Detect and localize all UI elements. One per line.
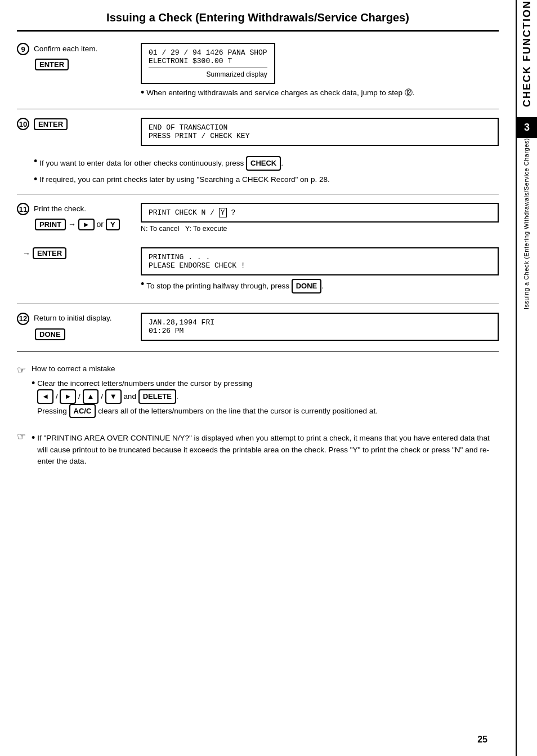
step-9-display: 01 / 29 / 94 1426 PANA SHOP ELECTRONI $3… bbox=[141, 43, 275, 84]
divider-4 bbox=[17, 351, 499, 352]
step-11-enter-left: → ENTER bbox=[17, 247, 129, 259]
note-2-bullet-text1: If "PRINTING AREA OVER CONTINUE N/Y?" is… bbox=[37, 433, 499, 467]
step-11-or: or bbox=[97, 220, 106, 229]
step-9-number: 9 Confirm each item. bbox=[17, 43, 129, 55]
divider-3 bbox=[17, 304, 499, 304]
step-9-desc: Confirm each item. bbox=[34, 43, 97, 55]
acc-key[interactable]: AC/C bbox=[69, 404, 96, 419]
step-11-forward-key[interactable]: ► bbox=[78, 219, 95, 230]
step-9-left: 9 Confirm each item. ENTER bbox=[17, 43, 129, 70]
note-2-icon: ☞ bbox=[17, 430, 26, 443]
step-11-display2-line2: PLEASE ENDORSE CHECK ! bbox=[149, 261, 491, 270]
step-12-number: 12 Return to initial display. bbox=[17, 313, 129, 325]
step-9-bullet-text1: When entering withdrawals and service ch… bbox=[146, 87, 414, 99]
step-10-bullet-text1: If you want to enter data for other chec… bbox=[39, 156, 283, 171]
step-11-enter-arrow: → bbox=[23, 249, 30, 258]
page-wrapper: Issuing a Check (Entering Withdrawals/Se… bbox=[0, 0, 537, 756]
step-10-row: 10 ENTER END OF TRANSACTION PRESS PRINT … bbox=[17, 118, 499, 146]
bullet-dot-11: • bbox=[141, 279, 144, 290]
step-11-circle: 11 bbox=[17, 203, 29, 215]
bullet-dot-10-2: • bbox=[34, 174, 37, 185]
step-11-row: 11 Print the check. PRINT → ► or Y PRINT… bbox=[17, 203, 499, 237]
page-title: Issuing a Check (Entering Withdrawals/Se… bbox=[17, 11, 499, 32]
step-11-arrow1: → bbox=[68, 220, 76, 229]
step-10-display-line1: END OF TRANSACTION bbox=[149, 123, 491, 132]
check-key-inline[interactable]: CHECK bbox=[246, 156, 281, 171]
step-11-y-key[interactable]: Y bbox=[106, 219, 120, 230]
arrow-left-key[interactable]: ◄ bbox=[37, 389, 53, 404]
note-1-title: How to correct a mistake bbox=[32, 363, 378, 375]
side-tab: CHECK Function 3 Issuing a Check (Enteri… bbox=[516, 0, 537, 756]
step-9-row: 9 Confirm each item. ENTER 01 / 29 / 94 … bbox=[17, 43, 499, 99]
side-tab-sub-label: Issuing a Check (Entering Withdrawals/Se… bbox=[523, 138, 530, 315]
divider-1 bbox=[17, 109, 499, 109]
step-11-sub-note: N: To cancel Y: To execute bbox=[141, 225, 499, 233]
step-11-number: 11 Print the check. bbox=[17, 203, 129, 215]
step-11-bullet: • To stop the printing halfway through, … bbox=[141, 279, 499, 293]
step-11-display1-line1: PRINT CHECK N / Y ? bbox=[149, 208, 491, 217]
step-12-left: 12 Return to initial display. DONE bbox=[17, 313, 129, 340]
step-10-circle: 10 bbox=[17, 118, 29, 130]
step-9-circle: 9 bbox=[17, 43, 29, 55]
arrow-up-key[interactable]: ▲ bbox=[83, 389, 99, 404]
bullet-dot-n2-1: • bbox=[32, 433, 35, 444]
step-10-number: 10 ENTER bbox=[17, 118, 129, 130]
step-10-bullets: • If you want to enter data for other ch… bbox=[34, 156, 499, 185]
side-tab-check-label: CHECK Function bbox=[521, 0, 533, 113]
divider-2 bbox=[17, 194, 499, 194]
step-12-display-line1: JAN.28,1994 FRI bbox=[149, 318, 491, 327]
bullet-dot-n1-1: • bbox=[32, 378, 35, 389]
step-12-done-key[interactable]: DONE bbox=[35, 328, 65, 340]
step-12-right: JAN.28,1994 FRI 01:26 PM bbox=[141, 313, 499, 341]
bullet-dot-10-1: • bbox=[34, 156, 37, 167]
step-9-right: 01 / 29 / 94 1426 PANA SHOP ELECTRONI $3… bbox=[141, 43, 499, 99]
step-11-enter-right: PRINTING . . . PLEASE ENDORSE CHECK ! • … bbox=[141, 247, 499, 293]
step-11-display1: PRINT CHECK N / Y ? bbox=[141, 203, 499, 223]
step-12-key-wrap: DONE bbox=[35, 328, 129, 340]
done-key-inline[interactable]: DONE bbox=[292, 279, 322, 293]
step-9-display-divider bbox=[149, 68, 267, 68]
step-10-enter-key[interactable]: ENTER bbox=[34, 118, 68, 130]
delete-key[interactable]: DELETE bbox=[138, 389, 176, 404]
step-10-bullet1: • If you want to enter data for other ch… bbox=[34, 156, 499, 171]
step-9-display-line2: ELECTRONI $300.00 T bbox=[149, 57, 267, 65]
step-11-bullet-text: To stop the printing halfway through, pr… bbox=[146, 279, 324, 293]
step-11-print-key[interactable]: PRINT bbox=[35, 219, 66, 230]
note-1-bullet-text1: Clear the incorrect letters/numbers unde… bbox=[37, 378, 378, 418]
side-tab-number: 3 bbox=[516, 117, 537, 138]
page-number: 25 bbox=[477, 735, 487, 745]
step-11-left: 11 Print the check. PRINT → ► or Y bbox=[17, 203, 129, 230]
step-12-row: 12 Return to initial display. DONE JAN.2… bbox=[17, 313, 499, 341]
step-11-enter-key[interactable]: ENTER bbox=[33, 247, 66, 259]
step-9-bullet1: • When entering withdrawals and service … bbox=[141, 87, 499, 99]
main-content: Issuing a Check (Entering Withdrawals/Se… bbox=[0, 0, 516, 756]
step-12-display-line2: 01:26 PM bbox=[149, 327, 491, 335]
step-12-circle: 12 bbox=[17, 313, 29, 325]
step-10-bullet2: • If required, you can print checks late… bbox=[34, 174, 499, 185]
step-9-enter-key[interactable]: ENTER bbox=[35, 59, 69, 70]
step-11-enter-wrap: → ENTER bbox=[23, 247, 129, 259]
step-10-display: END OF TRANSACTION PRESS PRINT / CHECK K… bbox=[141, 118, 499, 146]
step-11-keys: PRINT → ► or Y bbox=[35, 219, 129, 230]
arrow-right-key[interactable]: ► bbox=[60, 389, 76, 404]
step-10-left: 10 ENTER bbox=[17, 118, 129, 130]
step-10-display-line2: PRESS PRINT / CHECK KEY bbox=[149, 132, 491, 140]
step-11-display2: PRINTING . . . PLEASE ENDORSE CHECK ! bbox=[141, 247, 499, 275]
step-9-summarized: Summarized display bbox=[149, 70, 267, 78]
arrow-down-key[interactable]: ▼ bbox=[105, 389, 122, 404]
step-11-y-box: Y bbox=[219, 208, 227, 217]
note-2-content: • If "PRINTING AREA OVER CONTINUE N/Y?" … bbox=[32, 429, 499, 467]
step-9-key-wrap: ENTER bbox=[35, 59, 129, 70]
bullet-dot-9-1: • bbox=[141, 87, 144, 99]
note-1-bullet1: • Clear the incorrect letters/numbers un… bbox=[32, 378, 378, 418]
step-10-right: END OF TRANSACTION PRESS PRINT / CHECK K… bbox=[141, 118, 499, 146]
note-1-icon: ☞ bbox=[17, 364, 26, 376]
note-2-bullet1: • If "PRINTING AREA OVER CONTINUE N/Y?" … bbox=[32, 433, 499, 467]
step-11-display2-line1: PRINTING . . . bbox=[149, 253, 491, 261]
step-10-bullet-text2: If required, you can print checks later … bbox=[39, 174, 329, 185]
step-9-display-line1: 01 / 29 / 94 1426 PANA SHOP bbox=[149, 48, 267, 57]
note-2-row: ☞ • If "PRINTING AREA OVER CONTINUE N/Y?… bbox=[17, 429, 499, 467]
step-12-desc: Return to initial display. bbox=[34, 313, 112, 324]
note-1-row: ☞ How to correct a mistake • Clear the i… bbox=[17, 363, 499, 419]
step-11-right: PRINT CHECK N / Y ? N: To cancel Y: To e… bbox=[141, 203, 499, 237]
